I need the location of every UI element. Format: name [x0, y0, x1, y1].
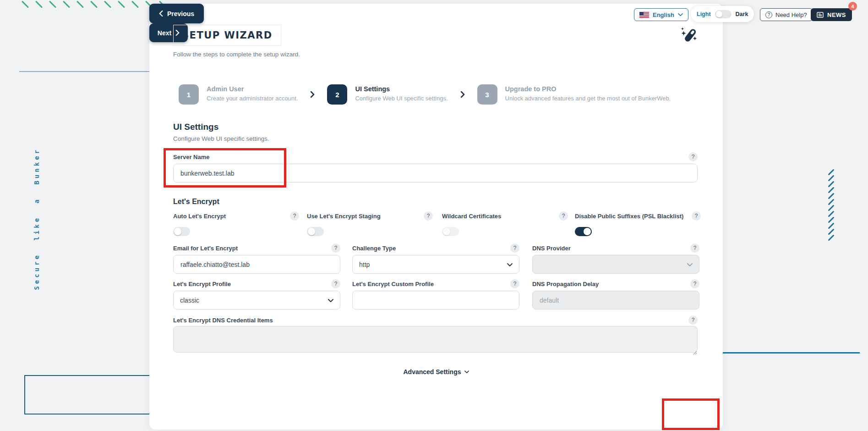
toggle-knob [716, 11, 722, 17]
wizard-subtitle: Follow the steps to complete the setup w… [173, 51, 300, 58]
rectangle-outline-decoration [24, 375, 153, 414]
email-lets-encrypt-label: Email for Let's Encrypt [173, 245, 238, 252]
previous-label: Previous [167, 10, 194, 17]
custom-profile-label: Let's Encrypt Custom Profile [352, 281, 434, 287]
dns-provider-select [532, 255, 699, 274]
teal-diagonal-lines-decoration [827, 171, 835, 238]
step-upgrade-pro[interactable]: 3 Upgrade to PRO Unlock advanced feature… [477, 84, 671, 105]
dns-propagation-delay-label: DNS Propagation Delay [532, 281, 599, 287]
section-subtitle: Configure Web UI specific settings. [173, 135, 269, 142]
lets-encrypt-staging-label: Use Let's Encrypt Staging [307, 213, 381, 220]
help-icon[interactable]: ? [559, 211, 568, 221]
news-label: NEWS [827, 11, 846, 18]
custom-profile-input[interactable] [352, 291, 519, 309]
chevron-down-icon [507, 261, 513, 268]
help-icon[interactable]: ? [424, 211, 433, 221]
advanced-settings-label: Advanced Settings [403, 368, 461, 376]
annotation-next-button-highlight [662, 398, 720, 430]
step-2-number: 2 [327, 84, 347, 105]
help-icon[interactable]: ? [331, 279, 340, 288]
help-icon[interactable]: ? [690, 279, 699, 288]
challenge-type-select[interactable]: http [352, 255, 519, 274]
email-lets-encrypt-input[interactable] [173, 255, 340, 274]
step-1-number: 1 [179, 84, 199, 105]
lets-encrypt-profile-value: classic [180, 297, 199, 304]
help-icon[interactable]: ? [290, 211, 299, 221]
news-count-badge: 4 [848, 2, 857, 11]
step-2-title: UI Settings [355, 85, 448, 93]
language-selector[interactable]: English [634, 8, 688, 21]
server-name-label: Server Name [173, 154, 210, 160]
need-help-label: Need Help? [775, 11, 807, 18]
secure-like-a-bunker-text: Secure like a Bunker [33, 148, 40, 290]
chevron-down-icon [464, 370, 469, 374]
chevron-right-icon [460, 91, 465, 98]
server-name-group: Server Name ? [173, 152, 698, 182]
wizard-steps: 1 Admin User Create your administrator a… [179, 84, 671, 105]
wildcard-certificates-toggle [442, 227, 459, 236]
lets-encrypt-title: Let's Encrypt [173, 198, 219, 205]
chevron-right-icon [310, 91, 315, 98]
light-label: Light [697, 11, 711, 17]
step-3-title: Upgrade to PRO [505, 85, 671, 93]
step-ui-settings[interactable]: 2 UI Settings Configure Web UI specific … [327, 84, 448, 105]
auto-lets-encrypt-label: Auto Let's Encrypt [173, 213, 226, 220]
page-title: SETUP WIZARD [182, 30, 273, 41]
disable-public-suffixes-toggle[interactable] [575, 227, 592, 236]
challenge-type-label: Challenge Type [352, 245, 396, 252]
advanced-settings-link[interactable]: Advanced Settings [403, 368, 469, 376]
lets-encrypt-profile-select[interactable]: classic [173, 291, 340, 309]
dns-credential-items-textarea [173, 326, 698, 353]
language-label: English [653, 11, 674, 18]
news-button[interactable]: NEWS [811, 8, 852, 21]
green-diagonal-lines-decoration [21, 4, 167, 5]
step-admin-user[interactable]: 1 Admin User Create your administrator a… [179, 84, 298, 105]
section-title: UI Settings [173, 122, 269, 132]
setup-wizard-card: SETUP WIZARD Follow the steps to complet… [149, 4, 723, 430]
step-1-title: Admin User [207, 85, 298, 93]
us-flag-icon [639, 12, 649, 18]
lets-encrypt-toggles: Auto Let's Encrypt ? Use Let's Encrypt S… [173, 211, 701, 239]
dns-propagation-delay-input [532, 291, 699, 309]
disable-public-suffixes-label: Disable Public Suffixes (PSL Blacklist) [575, 213, 683, 220]
help-icon[interactable]: ? [331, 243, 340, 253]
dns-provider-label: DNS Provider [532, 245, 571, 252]
help-icon[interactable]: ? [692, 211, 701, 221]
previous-button[interactable]: Previous [149, 4, 204, 23]
help-icon[interactable]: ? [690, 243, 699, 253]
chevron-down-icon [678, 13, 683, 17]
help-icon[interactable]: ? [688, 315, 698, 325]
step-1-description: Create your administrator account. [207, 95, 298, 102]
resize-handle-icon [693, 348, 697, 353]
chevron-down-icon [328, 297, 333, 304]
help-circle-icon: ? [765, 11, 772, 18]
chevron-down-icon [687, 261, 693, 268]
magic-wand-icon [679, 25, 700, 48]
step-3-description: Unlock advanced features and get the mos… [505, 95, 671, 102]
wildcard-certificates-label: Wildcard Certificates [442, 213, 501, 220]
theme-toggle-pill: Light Dark [691, 6, 754, 22]
step-3-number: 3 [477, 84, 497, 105]
next-label: Next [158, 29, 171, 37]
challenge-type-value: http [359, 261, 370, 268]
setup-wizard-title-box: SETUP WIZARD [173, 25, 281, 46]
help-icon[interactable]: ? [688, 152, 698, 161]
dns-credential-items-label: Let's Encrypt DNS Credential Items [173, 317, 273, 324]
need-help-button[interactable]: ? Need Help? [760, 8, 813, 21]
newspaper-icon [817, 12, 824, 18]
horizontal-line-right-decoration [715, 352, 860, 354]
auto-lets-encrypt-toggle[interactable] [173, 227, 190, 236]
lets-encrypt-staging-toggle[interactable] [307, 227, 324, 236]
theme-toggle[interactable] [715, 10, 732, 18]
step-2-description: Configure Web UI specific settings. [355, 95, 448, 102]
chevron-left-icon [159, 11, 163, 17]
dark-label: Dark [736, 11, 748, 17]
server-name-input[interactable] [173, 164, 698, 182]
help-icon[interactable]: ? [510, 279, 519, 288]
horizontal-line-decoration [19, 71, 150, 72]
lets-encrypt-profile-label: Let's Encrypt Profile [173, 281, 231, 287]
help-icon[interactable]: ? [510, 243, 519, 253]
